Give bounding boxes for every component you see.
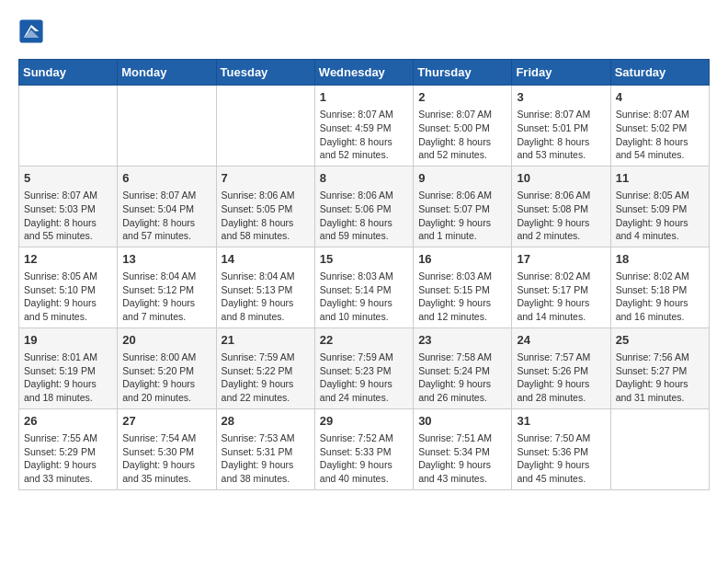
day-info: Sunrise: 8:07 AM Sunset: 5:04 PM Dayligh… (122, 189, 210, 243)
calendar-cell (610, 408, 709, 489)
day-info: Sunrise: 8:07 AM Sunset: 4:59 PM Dayligh… (320, 108, 408, 162)
day-number: 24 (517, 332, 605, 349)
day-number: 6 (122, 170, 210, 187)
calendar-cell: 21Sunrise: 7:59 AM Sunset: 5:22 PM Dayli… (216, 327, 314, 408)
calendar-cell: 22Sunrise: 7:59 AM Sunset: 5:23 PM Dayli… (314, 327, 413, 408)
day-info: Sunrise: 8:05 AM Sunset: 5:10 PM Dayligh… (24, 270, 112, 324)
calendar-cell: 6Sunrise: 8:07 AM Sunset: 5:04 PM Daylig… (118, 166, 216, 247)
day-info: Sunrise: 8:04 AM Sunset: 5:12 PM Dayligh… (122, 270, 210, 324)
day-number: 10 (517, 170, 605, 187)
calendar-cell: 24Sunrise: 7:57 AM Sunset: 5:26 PM Dayli… (512, 327, 610, 408)
calendar-cell: 2Sunrise: 8:07 AM Sunset: 5:00 PM Daylig… (414, 86, 512, 167)
day-info: Sunrise: 8:02 AM Sunset: 5:17 PM Dayligh… (517, 270, 605, 324)
weekday-header-monday: Monday (118, 60, 216, 86)
day-info: Sunrise: 7:58 AM Sunset: 5:24 PM Dayligh… (418, 350, 506, 405)
day-number: 2 (418, 89, 506, 106)
calendar-cell: 20Sunrise: 8:00 AM Sunset: 5:20 PM Dayli… (118, 327, 216, 408)
day-number: 21 (222, 332, 310, 349)
day-number: 13 (122, 251, 210, 268)
weekday-header-tuesday: Tuesday (216, 60, 314, 86)
day-number: 29 (320, 413, 408, 430)
day-number: 15 (320, 251, 408, 268)
calendar-cell: 19Sunrise: 8:01 AM Sunset: 5:19 PM Dayli… (19, 327, 118, 408)
calendar-cell (118, 86, 216, 167)
calendar-cell: 17Sunrise: 8:02 AM Sunset: 5:17 PM Dayli… (512, 247, 610, 327)
calendar-cell: 30Sunrise: 7:51 AM Sunset: 5:34 PM Dayli… (414, 408, 512, 489)
calendar-cell (19, 86, 118, 167)
day-number: 23 (418, 332, 506, 349)
day-number: 18 (616, 251, 704, 268)
day-info: Sunrise: 8:03 AM Sunset: 5:15 PM Dayligh… (418, 270, 506, 324)
day-number: 9 (418, 170, 506, 187)
day-number: 25 (616, 332, 704, 349)
calendar-cell: 4Sunrise: 8:07 AM Sunset: 5:02 PM Daylig… (610, 86, 709, 167)
day-info: Sunrise: 7:59 AM Sunset: 5:22 PM Dayligh… (222, 350, 310, 405)
day-info: Sunrise: 7:52 AM Sunset: 5:33 PM Dayligh… (320, 431, 408, 486)
day-info: Sunrise: 8:04 AM Sunset: 5:13 PM Dayligh… (222, 270, 310, 324)
calendar-cell: 29Sunrise: 7:52 AM Sunset: 5:33 PM Dayli… (314, 408, 413, 489)
day-info: Sunrise: 8:07 AM Sunset: 5:02 PM Dayligh… (616, 108, 704, 162)
calendar-cell: 12Sunrise: 8:05 AM Sunset: 5:10 PM Dayli… (19, 247, 118, 327)
day-number: 17 (517, 251, 605, 268)
calendar-cell: 1Sunrise: 8:07 AM Sunset: 4:59 PM Daylig… (314, 86, 413, 167)
day-info: Sunrise: 8:07 AM Sunset: 5:00 PM Dayligh… (418, 108, 506, 162)
calendar-cell: 7Sunrise: 8:06 AM Sunset: 5:05 PM Daylig… (216, 166, 314, 247)
day-info: Sunrise: 7:54 AM Sunset: 5:30 PM Dayligh… (122, 431, 210, 486)
day-info: Sunrise: 7:50 AM Sunset: 5:36 PM Dayligh… (517, 431, 605, 486)
weekday-header-wednesday: Wednesday (314, 60, 413, 86)
weekday-header-saturday: Saturday (610, 60, 709, 86)
day-info: Sunrise: 8:03 AM Sunset: 5:14 PM Dayligh… (320, 270, 408, 324)
day-info: Sunrise: 8:06 AM Sunset: 5:08 PM Dayligh… (517, 189, 605, 243)
day-number: 8 (320, 170, 408, 187)
calendar-cell: 26Sunrise: 7:55 AM Sunset: 5:29 PM Dayli… (19, 408, 118, 489)
calendar-cell: 15Sunrise: 8:03 AM Sunset: 5:14 PM Dayli… (314, 247, 413, 327)
calendar-cell: 23Sunrise: 7:58 AM Sunset: 5:24 PM Dayli… (414, 327, 512, 408)
calendar-cell: 31Sunrise: 7:50 AM Sunset: 5:36 PM Dayli… (512, 408, 610, 489)
calendar-cell (216, 86, 314, 167)
logo-icon (18, 18, 44, 44)
day-number: 30 (418, 413, 506, 430)
weekday-header-friday: Friday (512, 60, 610, 86)
calendar-cell: 18Sunrise: 8:02 AM Sunset: 5:18 PM Dayli… (610, 247, 709, 327)
day-number: 7 (222, 170, 310, 187)
day-info: Sunrise: 7:55 AM Sunset: 5:29 PM Dayligh… (24, 431, 112, 486)
day-info: Sunrise: 8:07 AM Sunset: 5:01 PM Dayligh… (517, 108, 605, 162)
calendar-cell: 8Sunrise: 8:06 AM Sunset: 5:06 PM Daylig… (314, 166, 413, 247)
calendar-table: SundayMondayTuesdayWednesdayThursdayFrid… (18, 59, 710, 490)
day-number: 12 (24, 251, 112, 268)
calendar-cell: 9Sunrise: 8:06 AM Sunset: 5:07 PM Daylig… (414, 166, 512, 247)
day-info: Sunrise: 8:06 AM Sunset: 5:07 PM Dayligh… (418, 189, 506, 243)
day-number: 16 (418, 251, 506, 268)
calendar-cell: 3Sunrise: 8:07 AM Sunset: 5:01 PM Daylig… (512, 86, 610, 167)
calendar-cell: 10Sunrise: 8:06 AM Sunset: 5:08 PM Dayli… (512, 166, 610, 247)
day-number: 1 (320, 89, 408, 106)
day-number: 22 (320, 332, 408, 349)
day-info: Sunrise: 8:02 AM Sunset: 5:18 PM Dayligh… (616, 270, 704, 324)
day-info: Sunrise: 7:53 AM Sunset: 5:31 PM Dayligh… (222, 431, 310, 486)
calendar-cell: 13Sunrise: 8:04 AM Sunset: 5:12 PM Dayli… (118, 247, 216, 327)
day-number: 28 (222, 413, 310, 430)
day-number: 31 (517, 413, 605, 430)
calendar-cell: 27Sunrise: 7:54 AM Sunset: 5:30 PM Dayli… (118, 408, 216, 489)
day-info: Sunrise: 7:51 AM Sunset: 5:34 PM Dayligh… (418, 431, 506, 486)
page-header (18, 18, 710, 44)
day-number: 26 (24, 413, 112, 430)
day-info: Sunrise: 7:57 AM Sunset: 5:26 PM Dayligh… (517, 350, 605, 405)
day-number: 11 (616, 170, 704, 187)
day-info: Sunrise: 8:01 AM Sunset: 5:19 PM Dayligh… (24, 350, 112, 405)
day-number: 14 (222, 251, 310, 268)
day-number: 19 (24, 332, 112, 349)
day-info: Sunrise: 8:07 AM Sunset: 5:03 PM Dayligh… (24, 189, 112, 243)
day-info: Sunrise: 7:59 AM Sunset: 5:23 PM Dayligh… (320, 350, 408, 405)
day-number: 20 (122, 332, 210, 349)
day-number: 5 (24, 170, 112, 187)
calendar-cell: 16Sunrise: 8:03 AM Sunset: 5:15 PM Dayli… (414, 247, 512, 327)
calendar-cell: 5Sunrise: 8:07 AM Sunset: 5:03 PM Daylig… (19, 166, 118, 247)
day-info: Sunrise: 8:00 AM Sunset: 5:20 PM Dayligh… (122, 350, 210, 405)
day-info: Sunrise: 8:05 AM Sunset: 5:09 PM Dayligh… (616, 189, 704, 243)
calendar-cell: 25Sunrise: 7:56 AM Sunset: 5:27 PM Dayli… (610, 327, 709, 408)
day-info: Sunrise: 8:06 AM Sunset: 5:05 PM Dayligh… (222, 189, 310, 243)
day-number: 3 (517, 89, 605, 106)
calendar-cell: 14Sunrise: 8:04 AM Sunset: 5:13 PM Dayli… (216, 247, 314, 327)
logo (18, 18, 48, 44)
